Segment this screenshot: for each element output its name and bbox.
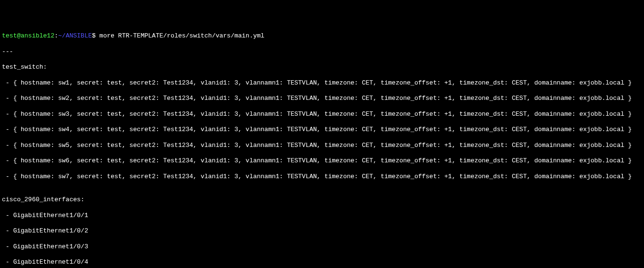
switch-entry: - { hostname: sw7, secret: test, secret2… xyxy=(2,173,642,181)
interface-entry: - GigabitEthernet1/0/3 xyxy=(2,243,642,251)
interface-entry: - GigabitEthernet1/0/2 xyxy=(2,227,642,235)
command-text: more RTR-TEMPLATE/roles/switch/vars/main… xyxy=(99,32,264,39)
switch-entry: - { hostname: sw1, secret: test, secret2… xyxy=(2,79,642,87)
switch-entry: - { hostname: sw4, secret: test, secret2… xyxy=(2,126,642,134)
prompt-colon: : xyxy=(54,32,58,39)
switch-entry: - { hostname: sw2, secret: test, secret2… xyxy=(2,95,642,102)
switch-entry: - { hostname: sw5, secret: test, secret2… xyxy=(2,142,642,149)
test-switch-header: test_switch: xyxy=(2,63,642,71)
command-prompt-line[interactable]: test@ansible12:~/ANSIBLE$ more RTR-TEMPL… xyxy=(2,32,642,40)
interface-entry: - GigabitEthernet1/0/1 xyxy=(2,212,642,219)
prompt-path: ~/ANSIBLE xyxy=(58,32,92,39)
prompt-user-host: test@ansible12 xyxy=(2,32,54,39)
switch-entry: - { hostname: sw6, secret: test, secret2… xyxy=(2,157,642,165)
interfaces-header: cisco_2960_interfaces: xyxy=(2,196,642,204)
interface-entry: - GigabitEthernet1/0/4 xyxy=(2,258,642,266)
switch-entry: - { hostname: sw3, secret: test, secret2… xyxy=(2,110,642,118)
yaml-start-marker: --- xyxy=(2,48,642,56)
prompt-symbol: $ xyxy=(92,32,99,39)
